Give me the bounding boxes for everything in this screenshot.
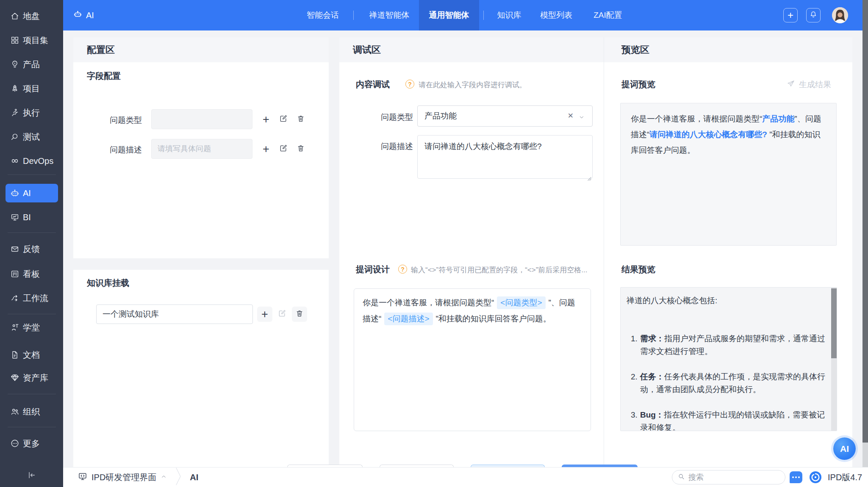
field-config-title: 字段配置 (87, 70, 121, 82)
delete-field-button[interactable] (293, 141, 308, 157)
robot-icon (10, 188, 19, 198)
breadcrumb-current: AI (190, 473, 198, 482)
debug-type-label: 问题类型 (356, 112, 413, 123)
sidebar-item-bi[interactable]: BI (0, 208, 63, 227)
magnifier-icon (10, 132, 19, 141)
app-root: 地盘 项目集 产品 项目 执行 测试 DevOps AI BI (0, 0, 868, 487)
generate-result-button[interactable]: 生成结果 (787, 79, 831, 90)
sidebar-item-school[interactable]: 学堂 (0, 318, 63, 337)
kb-name-input[interactable]: 一个测试知识库 (96, 304, 253, 324)
content-debug-title: 内容调试 (356, 79, 390, 90)
prompt-design-title: 提词设计 (356, 264, 390, 275)
edit-field-button[interactable] (276, 112, 291, 127)
result-scrollbar-thumb[interactable] (831, 288, 837, 358)
sidebar-item-project[interactable]: 项目 (0, 79, 63, 98)
sidebar-collapse-button[interactable] (23, 469, 40, 483)
sidebar-divider (8, 314, 56, 314)
edit-field-button[interactable] (276, 141, 291, 157)
zentao-logo[interactable] (809, 470, 822, 484)
clear-icon[interactable]: ✕ (568, 106, 574, 126)
sidebar-item-feedback[interactable]: 反馈 (0, 240, 63, 258)
ai-assistant-float-button[interactable]: AI (833, 437, 856, 460)
sidebar-item-org[interactable]: 组织 (0, 402, 63, 421)
prompt-design-editor[interactable]: 你是一个禅道客服，请根据问题类型“<问题类型>”、问题描述“<问题描述>”和挂载… (354, 288, 591, 431)
add-field-button[interactable]: + (258, 112, 274, 127)
workspace-switcher[interactable]: IPD研发管理界面 (92, 472, 156, 483)
resize-handle-icon[interactable] (586, 172, 591, 177)
sidebar-divider (8, 394, 56, 394)
result-scrollbar[interactable] (831, 288, 837, 431)
teacher-icon (10, 323, 19, 332)
preview-type-value: 产品功能 (762, 114, 794, 123)
people-icon (10, 407, 19, 416)
search-box[interactable] (672, 470, 785, 484)
page-scrollbar-thumb[interactable] (862, 0, 868, 443)
sidebar-item-workflow[interactable]: 工作流 (0, 289, 63, 307)
trash-icon (297, 114, 305, 125)
debug-panel-title: 调试区 (353, 37, 381, 62)
question-circle-icon: ? (405, 80, 414, 89)
kb-mount-title: 知识库挂载 (87, 277, 129, 289)
config-panel: 配置区 字段配置 问题类型 + 问题描述 请填写具体问题 + (73, 37, 329, 258)
tab-zai-config[interactable]: ZAI配置 (590, 0, 626, 30)
gem-icon (10, 373, 19, 382)
chevron-down-icon[interactable] (579, 113, 585, 122)
bi-chart-icon (10, 213, 19, 222)
sidebar-item-ai[interactable]: AI (6, 184, 58, 202)
delete-field-button[interactable] (293, 112, 308, 127)
plus-icon: + (788, 9, 793, 22)
sidebar-item-devops[interactable]: DevOps (0, 152, 63, 170)
sidebar-item-qa[interactable]: 测试 (0, 127, 63, 146)
add-kb-button[interactable]: + (257, 307, 272, 322)
grid-icon (10, 36, 19, 45)
edit-kb-button[interactable] (275, 307, 290, 322)
trash-icon (297, 144, 305, 154)
sidebar-item-product[interactable]: 产品 (0, 55, 63, 74)
field-type-input[interactable] (151, 109, 252, 129)
edit-icon (278, 309, 286, 319)
sidebar-item-execution[interactable]: 执行 (0, 103, 63, 122)
field-desc-input[interactable]: 请填写具体问题 (151, 139, 252, 159)
notification-button[interactable] (806, 8, 821, 22)
rocket-icon (10, 84, 19, 93)
debug-preview-header: 调试区 预览区 (339, 37, 852, 62)
bell-icon (809, 10, 818, 20)
result-preview-title: 结果预览 (621, 264, 655, 275)
debug-desc-textarea[interactable]: 请问禅道的八大核心概念有哪些? (417, 135, 593, 179)
search-input[interactable] (688, 473, 769, 482)
page-scrollbar[interactable] (862, 0, 868, 467)
sidebar-item-assets[interactable]: 资产库 (0, 368, 63, 387)
tab-general-agent[interactable]: 通用智能体 (419, 0, 479, 30)
add-button[interactable]: + (783, 8, 798, 22)
column-divider (604, 37, 604, 467)
add-field-button[interactable]: + (258, 141, 274, 157)
caret-up-icon[interactable] (161, 473, 167, 481)
result-intro: 禅道的八大核心概念包括: (627, 294, 825, 307)
tab-smart-chat[interactable]: 智能会话 (303, 0, 342, 30)
tab-model-list[interactable]: 模型列表 (537, 0, 576, 30)
content-debug-hint: 请在此处输入字段内容进行调试。 (419, 80, 596, 90)
sidebar-item-doc[interactable]: 文档 (0, 346, 63, 364)
field-tag-chip[interactable]: <问题类型> (497, 296, 545, 309)
workflow-icon (10, 293, 19, 303)
delete-kb-button[interactable] (292, 307, 307, 322)
lightbulb-icon (10, 60, 19, 69)
sidebar-divider (8, 232, 56, 233)
debug-preview-card: 调试区 预览区 内容调试 ? 请在此处输入字段内容进行调试。 问题类型 产品功能… (339, 37, 852, 467)
sidebar-item-more[interactable]: 更多 (0, 434, 63, 453)
tab-zentao-agent[interactable]: 禅道智能体 (366, 0, 413, 30)
sidebar-item-home[interactable]: 地盘 (0, 7, 63, 25)
tab-knowledge-base[interactable]: 知识库 (496, 0, 523, 30)
debug-type-select[interactable]: 产品功能 ✕ (417, 105, 593, 127)
user-avatar[interactable] (832, 7, 848, 23)
search-icon (677, 473, 685, 482)
chat-bubble-button[interactable] (790, 471, 802, 483)
field-tag-chip[interactable]: <问题描述> (384, 313, 433, 325)
sidebar-item-kanban[interactable]: 看板 (0, 265, 63, 283)
field-row-label: 问题描述 (85, 144, 142, 155)
sidebar-item-program[interactable]: 项目集 (0, 31, 63, 50)
document-icon (10, 350, 19, 360)
version-label: IPD版4.7 (828, 472, 862, 483)
field-desc-actions: + (258, 141, 308, 157)
main-content: 配置区 字段配置 问题类型 + 问题描述 请填写具体问题 + 知识库挂载 一个测… (63, 30, 868, 467)
